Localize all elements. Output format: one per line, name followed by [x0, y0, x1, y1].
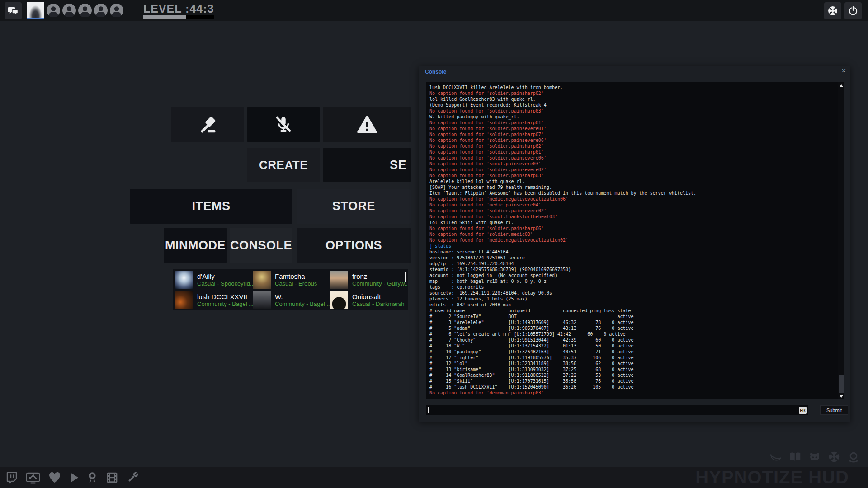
- stream-icon[interactable]: [24, 470, 42, 485]
- friend-status: Casual - Erebus: [275, 280, 317, 287]
- options-label: OPTIONS: [326, 239, 382, 253]
- console-line: # 18 "W." [U:1:137154322] 01:13 50 0 act…: [429, 343, 844, 349]
- close-icon[interactable]: ×: [842, 67, 846, 75]
- create-server-button[interactable]: CREATE: [247, 148, 320, 182]
- console-line: map : koth_bagel_rc10 at: 0 x, 0 y, 0 z: [429, 278, 844, 284]
- scroll-down-icon[interactable]: [840, 395, 843, 398]
- level-label: LEVEL :44:3: [143, 3, 214, 14]
- console-line: [SOAP] Your attacker had 79 health remai…: [429, 184, 844, 190]
- wrench-icon[interactable]: [126, 470, 139, 485]
- book-icon[interactable]: [788, 450, 802, 464]
- console-line: lush DCCLXXVII killed Arelelele with iro…: [429, 84, 844, 90]
- report-player-button[interactable]: [171, 107, 244, 142]
- console-line: No caption found for 'soldier.painsevere…: [429, 208, 844, 214]
- friend-entry[interactable]: d'Ailly Casual - Spookeyrid...: [175, 269, 253, 290]
- friend-name: Onionsalt: [352, 293, 405, 300]
- console-line: # 7 "Chochy" [U:1:991513044] 42:39 60 0 …: [429, 337, 844, 343]
- friend-name: lush DCCLXXVII: [197, 293, 253, 300]
- friend-avatar: [330, 271, 348, 289]
- film-icon[interactable]: [104, 470, 120, 485]
- submit-button[interactable]: Submit: [820, 405, 848, 415]
- party-slot-avatar-icon[interactable]: [94, 4, 108, 17]
- player-avatar[interactable]: [27, 2, 44, 18]
- console-line: No caption found for 'soldier.painsevere…: [429, 137, 844, 143]
- friend-avatar: [253, 291, 271, 309]
- friend-avatar: [175, 271, 193, 289]
- console-line: No caption found for 'soldier.painsharp0…: [429, 90, 844, 96]
- github-icon[interactable]: [808, 450, 821, 464]
- award-icon[interactable]: [86, 470, 99, 485]
- tf2-logo-icon: [827, 5, 839, 17]
- social-links: [5, 467, 139, 488]
- console-output[interactable]: lush DCCLXXVII killed Arelelele with iro…: [426, 82, 844, 399]
- servers-label: SE: [390, 158, 406, 172]
- console-window-title: Console: [425, 69, 446, 75]
- console-input[interactable]: [426, 405, 808, 415]
- console-line: No caption found for 'soldier.painsharp0…: [429, 143, 844, 149]
- console-line: No caption found for 'medic.negativevoca…: [429, 196, 844, 202]
- console-line: version : 9251861/24 9251861 secure: [429, 255, 844, 261]
- servers-button[interactable]: SE: [323, 148, 411, 182]
- heart-icon[interactable]: [47, 470, 62, 485]
- friend-entry[interactable]: Famtosha Casual - Erebus: [253, 269, 330, 290]
- twitch-icon[interactable]: [5, 470, 19, 485]
- console-window: Console × lush DCCLXXVII killed Arelelel…: [419, 66, 850, 422]
- console-line: udp/ip : 169.254.191.220:48104: [429, 261, 844, 267]
- console-line: No caption found for 'scout.painsevere03…: [429, 161, 844, 167]
- mute-players-button[interactable]: [247, 107, 320, 142]
- friend-entry[interactable]: fronz Community - Gullyw...: [330, 269, 407, 290]
- scroll-up-icon[interactable]: [840, 84, 843, 87]
- console-line: No caption found for 'scout.thanksforthe…: [429, 214, 844, 220]
- console-line: No caption found for 'soldier.painsharp0…: [429, 131, 844, 137]
- party-slot-avatar-icon[interactable]: [62, 4, 76, 17]
- friend-avatar: [253, 271, 271, 289]
- quit-button[interactable]: [844, 2, 862, 19]
- mic-muted-icon: [274, 115, 293, 135]
- play-icon[interactable]: [68, 471, 80, 484]
- options-button[interactable]: OPTIONS: [297, 228, 411, 263]
- console-line: steamid : [A:1:1429575686:30739] (902040…: [429, 267, 844, 272]
- console-scrollbar[interactable]: [838, 82, 844, 399]
- console-line: hostname: serveme.tf #1445164: [429, 249, 844, 255]
- party-slot-avatar-icon[interactable]: [47, 4, 60, 17]
- console-line: No caption found for 'demoman.painsharp0…: [429, 390, 844, 396]
- console-line: edicts : 832 used of 2048 max: [429, 302, 844, 308]
- console-line: sourcetv: 169.254.191.220:48104, delay 9…: [429, 290, 844, 296]
- scrollbar-thumb[interactable]: [839, 375, 844, 393]
- chat-button[interactable]: [5, 2, 22, 19]
- hud-brand-text: HYPNOTIZE HUD: [695, 467, 849, 488]
- tf2-main-menu: LEVEL :44:3: [0, 0, 868, 488]
- console-line: # 12 "lol" [U:1:323341189] 38:50 62 0 ac…: [429, 361, 844, 366]
- friend-entry[interactable]: Onionsalt Casual - Darkmarsh: [330, 290, 407, 310]
- console-line: No caption found for 'soldier.painsharp0…: [429, 225, 844, 231]
- tf2-logo-icon[interactable]: [827, 450, 841, 464]
- friend-entry[interactable]: lush DCCLXXVII Community - Bagel ...: [175, 290, 253, 310]
- tf2-home-button[interactable]: [824, 2, 841, 19]
- console-line: Item 'Taunt: Flippin' Awesome' has been …: [429, 190, 844, 196]
- friend-status: Casual - Darkmarsh: [352, 300, 405, 307]
- huds-tf-icon[interactable]: [847, 450, 860, 464]
- party-slot-avatar-icon[interactable]: [78, 4, 92, 17]
- friend-entry[interactable]: W. Community - Bagel ...: [253, 290, 330, 310]
- friends-scrollbar[interactable]: [405, 272, 406, 282]
- store-button[interactable]: STORE: [297, 189, 411, 224]
- minmode-button[interactable]: MINMODE: [164, 228, 227, 263]
- party-slot-avatar-icon[interactable]: [110, 4, 123, 17]
- console-line: # 15 "Skiii" [U:1:170731615] 36:58 76 0 …: [429, 378, 844, 384]
- friend-status: Community - Gullyw...: [352, 280, 407, 287]
- console-line: # 6 "let's create art □□" [U:1:105572799…: [429, 331, 844, 337]
- pepper-icon[interactable]: [769, 450, 783, 464]
- items-button[interactable]: ITEMS: [130, 189, 292, 224]
- console-button[interactable]: CONSOLE: [230, 228, 292, 263]
- chat-icon: [8, 5, 19, 16]
- friend-avatar: [330, 291, 348, 309]
- items-label: ITEMS: [192, 199, 230, 213]
- player-avatar-indicator: [27, 18, 44, 19]
- console-line: No caption found for 'soldier.painsharp0…: [429, 108, 844, 114]
- notifications-button[interactable]: [323, 107, 411, 142]
- warning-icon: [357, 114, 377, 135]
- friend-name: Famtosha: [275, 272, 317, 280]
- friend-name: W.: [275, 293, 330, 300]
- console-line: No caption found for 'soldier.medic03': [429, 231, 844, 237]
- friend-status: Community - Bagel ...: [275, 300, 330, 307]
